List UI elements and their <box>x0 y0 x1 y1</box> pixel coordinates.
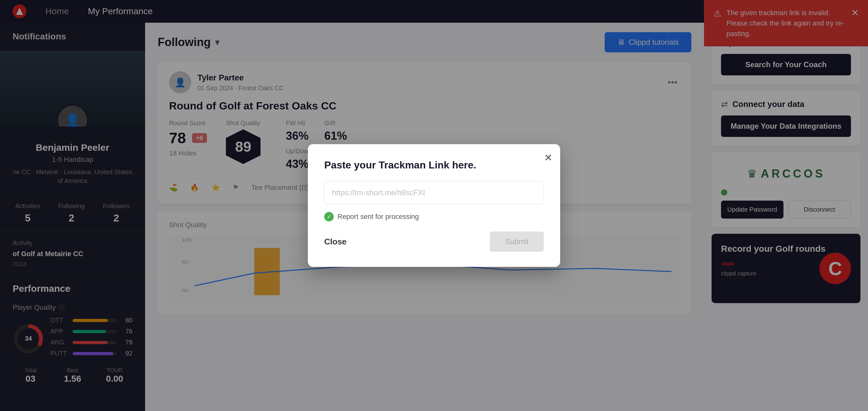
modal-close-x-button[interactable]: ✕ <box>544 152 553 164</box>
modal-title: Paste your Trackman Link here. <box>324 159 544 171</box>
modal-submit-button[interactable]: Submit <box>490 231 544 252</box>
modal-footer: Close Submit <box>324 231 544 252</box>
modal-close-button[interactable]: Close <box>324 237 347 247</box>
trackman-modal: Paste your Trackman Link here. ✕ ✓ Repor… <box>308 144 560 267</box>
modal-success-row: ✓ Report sent for processing <box>324 212 544 221</box>
success-icon: ✓ <box>324 212 334 221</box>
modal-overlay: Paste your Trackman Link here. ✕ ✓ Repor… <box>0 0 868 411</box>
success-text: Report sent for processing <box>338 213 419 221</box>
trackman-link-input[interactable] <box>324 181 544 204</box>
